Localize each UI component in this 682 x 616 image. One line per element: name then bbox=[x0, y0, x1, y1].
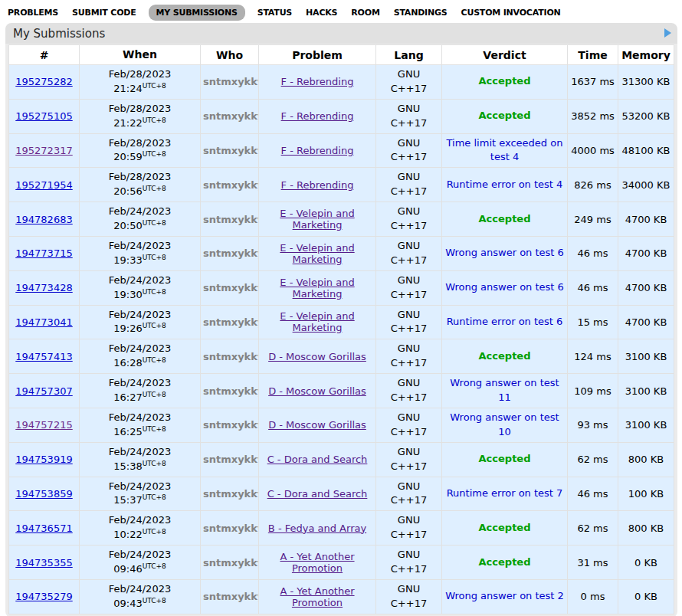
submission-when: Feb/24/2023 16:27UTC+8 bbox=[80, 374, 201, 408]
problem-link[interactable]: A - Yet Another Promotion bbox=[280, 585, 354, 608]
submission-id-link[interactable]: 194757413 bbox=[15, 351, 72, 362]
submission-id-link[interactable]: 194782683 bbox=[15, 214, 72, 225]
submission-id-link[interactable]: 194773715 bbox=[15, 247, 72, 259]
submission-author-link[interactable]: sntmxykky bbox=[203, 179, 259, 191]
submission-row: 195275105 Feb/28/2023 21:22UTC+8 sntmxyk… bbox=[9, 99, 674, 133]
submission-memory: 3100 KB bbox=[618, 374, 674, 408]
submission-time-consumed: 31 ms bbox=[568, 546, 618, 580]
submission-time-consumed: 15 ms bbox=[568, 305, 618, 339]
submission-memory: 31300 KB bbox=[618, 65, 674, 100]
submission-row: 194757413 Feb/24/2023 16:28UTC+8 sntmxyk… bbox=[9, 339, 674, 374]
submission-author-link[interactable]: sntmxykky bbox=[203, 316, 259, 328]
submission-memory: 0 KB bbox=[618, 579, 674, 614]
nav-item-standings[interactable]: STANDINGS bbox=[392, 5, 449, 21]
submission-id-link[interactable]: 194773041 bbox=[15, 316, 72, 328]
submission-id-link[interactable]: 194735279 bbox=[15, 591, 72, 602]
submission-row: 194773041 Feb/24/2023 19:26UTC+8 sntmxyk… bbox=[9, 305, 674, 339]
problem-link[interactable]: C - Dora and Search bbox=[267, 488, 368, 500]
submission-author-link[interactable]: sntmxykky bbox=[203, 419, 259, 431]
submission-id-link[interactable]: 194773428 bbox=[15, 282, 72, 293]
submission-lang: GNU C++17 bbox=[376, 579, 442, 614]
submission-author-link[interactable]: sntmxykky bbox=[203, 454, 259, 465]
problem-link[interactable]: E - Velepin and Marketing bbox=[280, 242, 354, 265]
problem-link[interactable]: B - Fedya and Array bbox=[268, 523, 366, 534]
nav-item-hacks[interactable]: HACKS bbox=[304, 5, 339, 21]
collapse-arrow-icon[interactable] bbox=[664, 28, 671, 38]
problem-link[interactable]: E - Velepin and Marketing bbox=[280, 277, 354, 300]
submission-date: Feb/28/2023 bbox=[109, 68, 171, 80]
nav-item-submit-code[interactable]: SUBMIT CODE bbox=[70, 5, 137, 21]
problem-link[interactable]: F - Rebrending bbox=[281, 76, 354, 87]
submission-time-of-day: 15:37 bbox=[113, 494, 142, 506]
submission-when: Feb/24/2023 10:22UTC+8 bbox=[80, 511, 201, 546]
submission-author-link[interactable]: sntmxykky bbox=[203, 591, 259, 602]
submission-time-of-day: 19:33 bbox=[113, 254, 142, 266]
submission-verdict: Time limit exceeded on test 4 bbox=[447, 137, 563, 163]
problem-link[interactable]: D - Moscow Gorillas bbox=[268, 351, 366, 362]
problem-link[interactable]: D - Moscow Gorillas bbox=[268, 385, 366, 397]
submission-when: Feb/24/2023 19:26UTC+8 bbox=[80, 305, 201, 339]
problem-link[interactable]: A - Yet Another Promotion bbox=[280, 551, 354, 574]
submission-row: 194757215 Feb/24/2023 16:25UTC+8 sntmxyk… bbox=[9, 408, 674, 442]
problem-link[interactable]: F - Rebrending bbox=[281, 110, 354, 122]
submission-verdict: Wrong answer on test 2 bbox=[445, 590, 564, 601]
submission-author-link[interactable]: sntmxykky bbox=[203, 385, 259, 397]
submission-time-consumed: 46 ms bbox=[568, 270, 618, 305]
submission-when: Feb/24/2023 16:25UTC+8 bbox=[80, 408, 201, 442]
problem-link[interactable]: F - Rebrending bbox=[281, 179, 354, 191]
submission-time-consumed: 93 ms bbox=[568, 408, 618, 442]
submission-id-link[interactable]: 194757215 bbox=[15, 419, 72, 431]
submission-row: 195271954 Feb/28/2023 20:56UTC+8 sntmxyk… bbox=[9, 168, 674, 202]
submission-author-link[interactable]: sntmxykky bbox=[203, 214, 259, 225]
submission-id-link[interactable]: 195275105 bbox=[15, 110, 72, 122]
problem-link[interactable]: E - Velepin and Marketing bbox=[280, 208, 354, 231]
nav-item-custom-invocation[interactable]: CUSTOM INVOCATION bbox=[460, 5, 562, 21]
submission-date: Feb/24/2023 bbox=[109, 480, 171, 492]
submission-author-link[interactable]: sntmxykky bbox=[203, 247, 259, 259]
submission-author-link[interactable]: sntmxykky bbox=[203, 282, 259, 293]
column-header-who: Who bbox=[201, 45, 259, 65]
problem-link[interactable]: D - Moscow Gorillas bbox=[268, 419, 366, 431]
nav-item-my-submissions[interactable]: MY SUBMISSIONS bbox=[149, 5, 245, 21]
submission-time-consumed: 826 ms bbox=[568, 168, 618, 202]
submission-id-link[interactable]: 194753859 bbox=[15, 488, 72, 500]
column-header-lang: Lang bbox=[376, 45, 442, 65]
submission-author-link[interactable]: sntmxykky bbox=[203, 145, 259, 156]
submission-time-of-day: 20:50 bbox=[113, 220, 142, 231]
problem-link[interactable]: F - Rebrending bbox=[281, 145, 354, 156]
submission-id-link[interactable]: 194735355 bbox=[15, 557, 72, 568]
submission-timezone: UTC+8 bbox=[143, 493, 166, 501]
submission-time-of-day: 15:38 bbox=[113, 460, 142, 472]
submission-date: Feb/24/2023 bbox=[109, 514, 171, 526]
submission-id-link[interactable]: 195275282 bbox=[15, 76, 72, 87]
nav-item-room[interactable]: ROOM bbox=[349, 5, 381, 21]
submission-date: Feb/24/2023 bbox=[109, 549, 171, 560]
submission-date: Feb/24/2023 bbox=[109, 342, 171, 354]
problem-link[interactable]: E - Velepin and Marketing bbox=[280, 310, 354, 333]
submission-when: Feb/24/2023 09:46UTC+8 bbox=[80, 546, 201, 580]
submission-timezone: UTC+8 bbox=[143, 287, 166, 295]
submission-id-link[interactable]: 194736571 bbox=[15, 523, 72, 534]
submission-memory: 100 KB bbox=[618, 477, 674, 511]
submission-author-link[interactable]: sntmxykky bbox=[203, 351, 259, 362]
submission-id-link[interactable]: 194757307 bbox=[15, 385, 72, 397]
submission-lang: GNU C++17 bbox=[376, 270, 442, 305]
submission-memory: 34000 KB bbox=[618, 168, 674, 202]
submission-lang: GNU C++17 bbox=[376, 133, 442, 168]
submission-date: Feb/24/2023 bbox=[109, 240, 171, 251]
nav-item-problems[interactable]: PROBLEMS bbox=[6, 5, 60, 21]
submission-id-link[interactable]: 195271954 bbox=[15, 179, 72, 191]
submission-lang: GNU C++17 bbox=[376, 305, 442, 339]
submission-verdict: Accepted bbox=[479, 350, 531, 362]
submission-author-link[interactable]: sntmxykky bbox=[203, 557, 259, 568]
nav-item-status[interactable]: STATUS bbox=[256, 5, 293, 21]
submission-author-link[interactable]: sntmxykky bbox=[203, 76, 259, 87]
submission-author-link[interactable]: sntmxykky bbox=[203, 110, 259, 122]
submission-when: Feb/28/2023 21:24UTC+8 bbox=[80, 65, 201, 100]
problem-link[interactable]: C - Dora and Search bbox=[267, 454, 368, 465]
submission-author-link[interactable]: sntmxykky bbox=[203, 488, 259, 500]
submission-memory: 4700 KB bbox=[618, 270, 674, 305]
submission-author-link[interactable]: sntmxykky bbox=[203, 523, 259, 534]
submission-id-link[interactable]: 195272317 bbox=[15, 145, 72, 156]
submission-id-link[interactable]: 194753919 bbox=[15, 454, 72, 465]
